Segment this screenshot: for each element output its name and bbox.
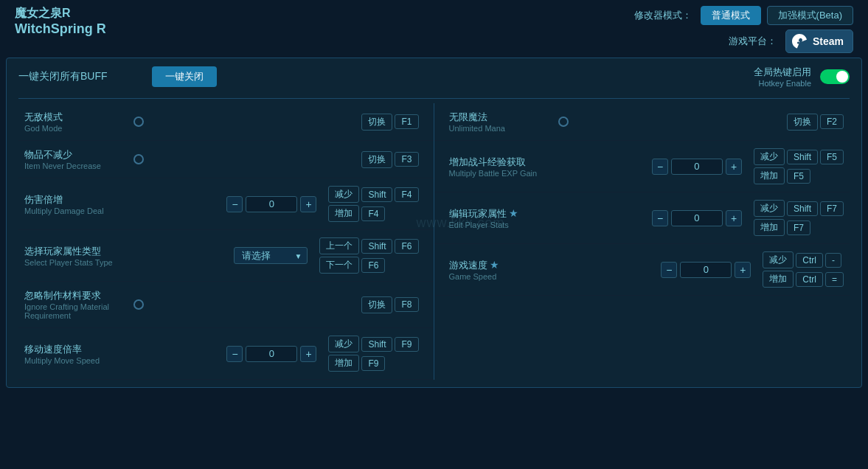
multiply-damage-en: Multiply Damage Deal xyxy=(24,206,128,215)
speed-f9-dec[interactable]: F9 xyxy=(395,337,418,352)
game-speed-star-icon: ★ xyxy=(490,259,499,271)
prev-f6[interactable]: F6 xyxy=(395,239,418,254)
speed-dec-label[interactable]: 减少 xyxy=(328,336,359,352)
crafting-f8-btn[interactable]: F8 xyxy=(395,297,418,312)
steam-button[interactable]: Steam xyxy=(785,29,853,53)
god-mode-switch-btn[interactable]: 切换 xyxy=(361,114,392,131)
exp-dec-label[interactable]: 减少 xyxy=(754,148,785,165)
hotkey-texts: 全局热键启用 Hotkey Enable xyxy=(754,66,811,88)
steam-icon xyxy=(791,32,808,50)
hotkey-toggle[interactable] xyxy=(820,69,850,84)
item-f3-btn[interactable]: F3 xyxy=(395,152,418,167)
header-right: 修改器模式： 普通模式 加强模式(Beta) 游戏平台： Steam xyxy=(634,6,853,53)
mode-enhanced-button[interactable]: 加强模式(Beta) xyxy=(767,6,853,25)
game-speed-cn: 游戏速度 ★ xyxy=(449,259,552,272)
battle-exp-cn: 增加战斗经验获取 xyxy=(449,156,552,169)
move-speed-input[interactable] xyxy=(246,346,297,362)
god-mode-en: God Mode xyxy=(24,124,128,133)
hotkey-en-label: Hotkey Enable xyxy=(758,79,811,88)
exp-f5-dec[interactable]: F5 xyxy=(820,150,844,164)
select-stats-dropdown[interactable]: 请选择 xyxy=(234,247,308,264)
stats-shift[interactable]: Shift xyxy=(787,201,818,216)
one-key-close-button[interactable]: 一键关闭 xyxy=(152,66,217,87)
game-speed-en: Game Speed xyxy=(449,272,552,281)
exp-inc-label[interactable]: 增加 xyxy=(754,167,785,184)
gspeed-dec-label[interactable]: 减少 xyxy=(763,251,794,268)
next-label[interactable]: 下一个 xyxy=(319,257,359,274)
damage-shift-f4[interactable]: Shift xyxy=(361,187,392,202)
item-never-decrease-row: 物品不减少 Item Never Decrease 切换 F3 xyxy=(18,141,434,178)
battle-exp-control: − + xyxy=(652,159,742,175)
damage-inc-f4[interactable]: F4 xyxy=(361,206,385,221)
move-speed-keys: 减少 Shift F9 增加 F9 xyxy=(328,336,418,372)
edit-stats-input[interactable] xyxy=(671,210,723,226)
battle-exp-dec-btn[interactable]: − xyxy=(652,159,668,175)
crafting-switch-btn[interactable]: 切换 xyxy=(361,296,392,313)
gspeed-ctrl-dec[interactable]: Ctrl xyxy=(796,253,823,268)
header: 魔女之泉R WitchSpring R 修改器模式： 普通模式 加强模式(Bet… xyxy=(0,0,868,58)
unlimited-mana-toggle[interactable] xyxy=(558,117,569,127)
speed-f9-inc[interactable]: F9 xyxy=(361,356,385,371)
select-stats-cn: 选择玩家属性类型 xyxy=(24,245,128,258)
mana-f2-btn[interactable]: F2 xyxy=(820,114,844,129)
gspeed-inc-label[interactable]: 增加 xyxy=(763,271,794,288)
ignore-crafting-cn: 忽略制作材料要求 xyxy=(24,289,128,302)
speed-shift[interactable]: Shift xyxy=(361,337,392,352)
multiply-damage-keys: 减少 Shift F4 增加 F4 xyxy=(328,186,418,222)
select-stats-keys: 上一个 Shift F6 下一个 F6 xyxy=(319,237,418,274)
unlimited-mana-row: 无限魔法 Unlimited Mana 切换 F2 xyxy=(434,103,850,141)
right-column: 无限魔法 Unlimited Mana 切换 F2 增加战斗经验获取 Multi… xyxy=(434,103,850,380)
hotkey-block: 全局热键启用 Hotkey Enable xyxy=(754,66,850,88)
mana-switch-btn[interactable]: 切换 xyxy=(787,114,818,131)
item-switch-btn[interactable]: 切换 xyxy=(361,151,392,168)
ignore-crafting-toggle[interactable] xyxy=(133,299,144,310)
exp-shift[interactable]: Shift xyxy=(787,150,818,164)
multiply-move-speed-row: 移动速度倍率 Multiply Move Speed − + 减少 Shift … xyxy=(18,328,434,380)
edit-stats-cn: 编辑玩家属性 ★ xyxy=(449,207,552,220)
select-player-stats-row: 选择玩家属性类型 Select Player Stats Type 请选择 上一… xyxy=(18,230,434,282)
stats-inc-label[interactable]: 增加 xyxy=(754,219,785,236)
god-mode-toggle[interactable] xyxy=(133,117,144,127)
game-speed-keys: 减少 Ctrl - 增加 Ctrl = xyxy=(763,251,844,288)
game-speed-input[interactable] xyxy=(680,262,732,278)
stats-f7-dec[interactable]: F7 xyxy=(820,201,844,216)
battle-exp-inc-btn[interactable]: + xyxy=(726,159,742,175)
title-cn: 魔女之泉R xyxy=(15,6,106,21)
title-block: 魔女之泉R WitchSpring R xyxy=(15,6,106,37)
stats-f7-inc[interactable]: F7 xyxy=(787,220,810,235)
next-f6[interactable]: F6 xyxy=(361,258,385,273)
stats-dec-label[interactable]: 减少 xyxy=(754,200,785,217)
damage-f4-key[interactable]: F4 xyxy=(395,187,418,202)
item-never-decrease-cn: 物品不减少 xyxy=(24,148,128,161)
edit-stats-dec-btn[interactable]: − xyxy=(652,210,668,226)
item-never-decrease-toggle[interactable] xyxy=(133,154,144,164)
prev-label[interactable]: 上一个 xyxy=(319,237,359,254)
game-speed-row: 游戏速度 ★ Game Speed − + 减少 Ctrl - xyxy=(434,244,850,296)
ignore-crafting-en: Ignore Crafting MaterialRequirement xyxy=(24,302,128,320)
battle-exp-input[interactable] xyxy=(671,159,723,175)
platform-row: 游戏平台： Steam xyxy=(729,29,853,53)
item-never-decrease-en: Item Never Decrease xyxy=(24,161,128,170)
gspeed-minus[interactable]: - xyxy=(825,253,841,268)
damage-inc-label[interactable]: 增加 xyxy=(328,205,359,222)
prev-shift[interactable]: Shift xyxy=(361,239,392,254)
multiply-damage-dec-btn[interactable]: − xyxy=(226,196,243,212)
damage-dec-label[interactable]: 减少 xyxy=(328,186,359,203)
edit-stats-inc-btn[interactable]: + xyxy=(726,210,742,226)
gspeed-ctrl-inc[interactable]: Ctrl xyxy=(796,272,823,287)
game-speed-inc-btn[interactable]: + xyxy=(735,262,751,278)
multiply-damage-input[interactable] xyxy=(246,196,297,212)
gspeed-equals[interactable]: = xyxy=(825,272,844,287)
game-speed-control: − + xyxy=(661,262,751,278)
multiply-damage-inc-btn[interactable]: + xyxy=(300,196,316,212)
battle-exp-row: 增加战斗经验获取 Multiply Battle EXP Gain − + 减少… xyxy=(434,141,850,192)
multiply-damage-control: − + xyxy=(226,196,316,212)
game-speed-dec-btn[interactable]: − xyxy=(661,262,677,278)
god-mode-f1-btn[interactable]: F1 xyxy=(395,114,418,129)
move-speed-dec-btn[interactable]: − xyxy=(226,346,243,362)
move-speed-inc-btn[interactable]: + xyxy=(300,346,316,362)
exp-f5-inc[interactable]: F5 xyxy=(787,169,810,184)
unlimited-mana-cn: 无限魔法 xyxy=(449,111,552,124)
speed-inc-label[interactable]: 增加 xyxy=(328,355,359,372)
mode-normal-button[interactable]: 普通模式 xyxy=(701,6,761,25)
